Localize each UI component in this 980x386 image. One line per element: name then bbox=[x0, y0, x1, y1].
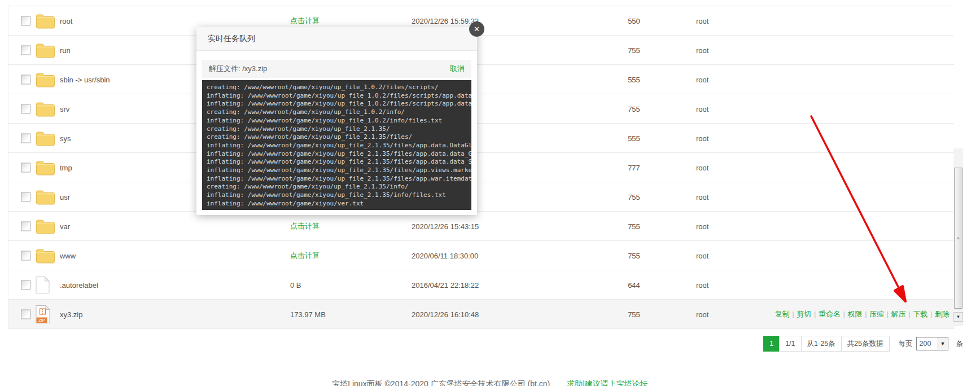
file-name[interactable]: run bbox=[60, 46, 71, 54]
action-separator: | bbox=[841, 310, 847, 318]
table-row: run 755 root bbox=[8, 36, 954, 65]
log-line: creating: /www/wwwroot/game/xiyou/up_fil… bbox=[207, 84, 467, 92]
action-separator: | bbox=[928, 310, 934, 318]
file-name[interactable]: root bbox=[60, 16, 72, 25]
page-button-1[interactable]: 1 bbox=[763, 336, 780, 352]
row-checkbox[interactable] bbox=[21, 133, 30, 143]
scrollbar-down-arrow-icon[interactable]: ▼ bbox=[953, 312, 963, 322]
folder-icon bbox=[36, 71, 55, 87]
calculate-size-link[interactable]: 点击计算 bbox=[290, 221, 320, 231]
file-name[interactable]: srv bbox=[60, 104, 69, 113]
file-permission: 644 bbox=[614, 280, 654, 289]
table-row: var 点击计算 2020/12/26 15:43:15 755 root bbox=[8, 212, 954, 241]
file-icon bbox=[36, 276, 50, 293]
folder-icon bbox=[36, 188, 55, 205]
action-link-rename[interactable]: 重命名 bbox=[819, 310, 841, 318]
action-link-compress[interactable]: 压缩 bbox=[869, 310, 884, 318]
calculate-size-link[interactable]: 点击计算 bbox=[290, 251, 320, 261]
forum-link[interactable]: 求助|建议请上宝塔论坛 bbox=[567, 379, 648, 386]
action-link-download[interactable]: 下载 bbox=[913, 310, 928, 318]
file-name[interactable]: .autorelabel bbox=[60, 280, 98, 289]
row-checkbox[interactable] bbox=[21, 16, 30, 25]
page-range: 从1-25条 bbox=[801, 336, 842, 352]
folder-icon bbox=[36, 130, 55, 146]
file-name[interactable]: www bbox=[60, 251, 76, 260]
task-queue-modal: 实时任务队列 ✕ 解压文件: /xy3.zip 取消 creating: /ww… bbox=[196, 27, 477, 215]
chevron-down-icon[interactable]: ▼ bbox=[938, 337, 948, 350]
file-owner: root bbox=[696, 134, 708, 142]
folder-icon bbox=[36, 159, 55, 176]
task-label: 解压文件: /xy3.zip bbox=[209, 64, 267, 74]
scrollbar-thumb[interactable]: ≡ bbox=[954, 168, 963, 309]
file-name[interactable]: xy3.zip bbox=[60, 310, 82, 318]
table-row: srv 755 root bbox=[8, 94, 954, 124]
file-name[interactable]: var bbox=[60, 222, 70, 230]
file-modified-date: 2020/12/26 15:59:33 bbox=[412, 16, 479, 25]
action-link-permission[interactable]: 权限 bbox=[848, 310, 863, 318]
task-log: creating: /www/wwwroot/game/xiyou/up_fil… bbox=[202, 80, 471, 210]
log-line: inflating: /www/wwwroot/game/xiyou/up_fi… bbox=[207, 191, 467, 200]
table-row: sys 555 root bbox=[8, 124, 954, 153]
file-permission: 550 bbox=[614, 16, 654, 25]
file-name[interactable]: tmp bbox=[60, 163, 72, 172]
cancel-task-link[interactable]: 取消 bbox=[450, 64, 465, 74]
row-checkbox[interactable] bbox=[21, 104, 30, 113]
log-line: inflating: /www/wwwroot/game/xiyou/up_fi… bbox=[207, 100, 467, 108]
action-link-cut[interactable]: 剪切 bbox=[797, 310, 811, 318]
table-row: tmp 777 root bbox=[8, 153, 954, 182]
file-permission: 555 bbox=[614, 134, 654, 142]
table-row: www 点击计算 2020/06/11 18:30:00 755 root bbox=[8, 241, 954, 270]
table-row: sbin -> usr/sbin 555 root bbox=[8, 65, 954, 94]
per-page-control: 每页 200 ▼ 条 bbox=[899, 337, 964, 350]
file-owner: root bbox=[696, 310, 708, 318]
per-page-select[interactable]: 200 ▼ bbox=[916, 337, 948, 350]
log-line: creating: /www/wwwroot/game/xiyou/up_fil… bbox=[207, 133, 467, 142]
file-permission: 755 bbox=[614, 192, 654, 201]
calculate-size-link[interactable]: 点击计算 bbox=[290, 16, 320, 26]
footer: 宝塔Linux面板 ©2014-2020 广东堡塔安全技术有限公司 (bt.cn… bbox=[0, 379, 980, 386]
log-line: inflating: /www/wwwroot/game/xiyou/up_fi… bbox=[207, 142, 467, 150]
log-line: inflating: /www/wwwroot/game/xiyou/up_fi… bbox=[207, 175, 467, 183]
vertical-scrollbar[interactable]: ≡ ▼ bbox=[953, 148, 963, 326]
modal-title: 实时任务队列 bbox=[196, 27, 477, 51]
row-checkbox[interactable] bbox=[21, 221, 30, 231]
action-separator: | bbox=[790, 310, 797, 318]
table-row: ZIP xy3.zip 173.97 MB 2020/12/26 16:10:4… bbox=[8, 300, 954, 329]
file-owner: root bbox=[696, 46, 708, 54]
pagination: 1 1/1 从1-25条 共25条数据 每页 200 ▼ 条 bbox=[763, 336, 963, 352]
action-link-copy[interactable]: 复制 bbox=[775, 310, 790, 318]
row-checkbox[interactable] bbox=[21, 280, 30, 290]
action-link-unzip[interactable]: 解压 bbox=[891, 310, 906, 318]
action-separator: | bbox=[863, 310, 869, 318]
task-row: 解压文件: /xy3.zip 取消 bbox=[202, 60, 471, 78]
row-checkbox[interactable] bbox=[21, 251, 30, 260]
file-owner: root bbox=[696, 222, 708, 230]
per-page-value: 200 bbox=[917, 337, 938, 350]
row-checkbox[interactable] bbox=[21, 45, 30, 55]
file-owner: root bbox=[696, 163, 708, 172]
page-indicator: 1/1 bbox=[779, 336, 801, 352]
log-line: inflating: /www/wwwroot/game/xiyou/up_fi… bbox=[207, 150, 467, 159]
row-checkbox[interactable] bbox=[21, 74, 30, 84]
log-line: inflating: /www/wwwroot/game/xiyou/up_fi… bbox=[207, 92, 467, 100]
log-line: inflating: /www/wwwroot/game/xiyou/up_fi… bbox=[207, 117, 467, 125]
row-actions: 复制 | 剪切 | 重命名 | 权限 | 压缩 | 解压 | 下载 | 删除 bbox=[775, 309, 950, 319]
row-checkbox[interactable] bbox=[21, 192, 30, 201]
file-name[interactable]: sbin -> usr/sbin bbox=[60, 75, 110, 84]
action-link-delete[interactable]: 删除 bbox=[935, 310, 950, 318]
file-permission: 777 bbox=[614, 163, 654, 172]
row-checkbox[interactable] bbox=[21, 309, 30, 319]
row-checkbox[interactable] bbox=[21, 163, 30, 172]
file-permission: 555 bbox=[614, 75, 654, 84]
folder-icon bbox=[36, 42, 55, 58]
file-name[interactable]: usr bbox=[60, 192, 70, 201]
log-line: inflating: /www/wwwroot/game/xiyou/ver.t… bbox=[207, 200, 467, 208]
per-page-suffix: 条 bbox=[956, 339, 964, 349]
file-table: root 点击计算 2020/12/26 15:59:33 550 root r… bbox=[8, 6, 954, 329]
close-icon[interactable]: ✕ bbox=[469, 21, 484, 37]
file-permission: 755 bbox=[614, 104, 654, 113]
file-size: 173.97 MB bbox=[290, 310, 326, 318]
file-name[interactable]: sys bbox=[60, 134, 71, 142]
file-modified-date: 2020/12/26 15:43:15 bbox=[412, 222, 479, 230]
action-separator: | bbox=[885, 310, 891, 318]
